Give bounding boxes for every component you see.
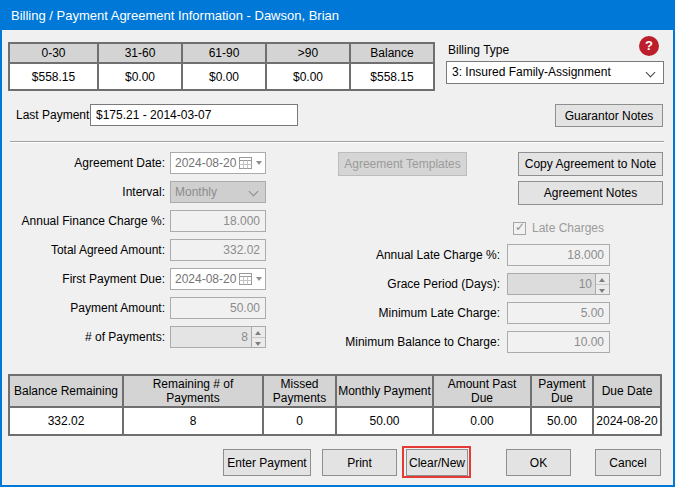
help-icon[interactable]: ? (639, 36, 659, 56)
spin-down-button (252, 337, 265, 348)
schedule-header: Due Date (593, 375, 661, 407)
calendar-picker (239, 273, 262, 285)
window-title: Billing / Payment Agreement Information … (11, 8, 339, 23)
first-payment-due-value: 2024-08-20 (175, 272, 236, 286)
chevron-down-icon (256, 161, 262, 165)
spin-down-button (596, 284, 609, 295)
cell-missed-payments: 0 (263, 407, 336, 435)
interval-dropdown: Monthly (170, 181, 266, 203)
agreement-templates-button: Agreement Templates (338, 152, 467, 176)
cell-remaining-payments: 8 (123, 407, 263, 435)
calendar-picker (239, 157, 262, 169)
aging-header: 0-30 (9, 43, 98, 63)
number-of-payments-stepper: 8 (170, 326, 266, 348)
number-of-payments-label: # of Payments: (2, 326, 165, 348)
arrow-up-icon (599, 278, 605, 282)
minimum-late-charge-field: 5.00 (507, 302, 610, 324)
interval-value: Monthly (175, 185, 217, 199)
billing-type-dropdown[interactable]: 3: Insured Family-Assignment (446, 61, 664, 84)
chevron-down-icon (249, 187, 259, 197)
title-bar[interactable]: Billing / Payment Agreement Information … (2, 2, 673, 30)
agreement-date-value: 2024-08-20 (175, 156, 236, 170)
late-charges-checkbox-label: Late Charges (532, 221, 604, 236)
spinner-buttons (251, 327, 265, 347)
cell-due-date: 2024-08-20 (593, 407, 661, 435)
late-charges-checkbox (513, 222, 526, 235)
schedule-header: Balance Remaining (9, 375, 123, 407)
guarantor-notes-button[interactable]: Guarantor Notes (555, 104, 663, 127)
first-payment-due-label: First Payment Due: (2, 268, 165, 290)
agreement-date-label: Agreement Date: (2, 152, 165, 174)
aging-header: >90 (266, 43, 350, 63)
payment-amount-label: Payment Amount: (2, 297, 165, 319)
spinner-buttons (595, 274, 609, 294)
spin-up-button (596, 274, 609, 284)
calendar-icon (239, 157, 252, 169)
aging-value-61-90: $0.00 (182, 63, 266, 90)
schedule-header: Amount Past Due (433, 375, 531, 407)
arrow-down-icon (255, 342, 261, 346)
cell-amount-past-due: 0.00 (433, 407, 531, 435)
minimum-late-charge-label: Minimum Late Charge: (340, 302, 500, 324)
billing-type-label: Billing Type (448, 43, 509, 57)
aging-header: 61-90 (182, 43, 266, 63)
aging-table: 0-30 31-60 61-90 >90 Balance $558.15 $0.… (8, 42, 435, 91)
schedule-header: Payment Due (531, 375, 593, 407)
number-of-payments-value: 8 (241, 327, 248, 347)
payment-amount-field: 50.00 (170, 297, 266, 319)
calendar-icon (239, 273, 252, 285)
agreement-date-field: 2024-08-20 (170, 152, 266, 174)
schedule-header: Monthly Payment (336, 375, 433, 407)
minimum-balance-to-charge-label: Minimum Balance to Charge: (340, 331, 500, 353)
agreement-notes-button[interactable]: Agreement Notes (518, 181, 663, 205)
aging-value-31-60: $0.00 (98, 63, 182, 90)
interval-label: Interval: (2, 181, 165, 203)
first-payment-due-field: 2024-08-20 (170, 268, 266, 290)
last-payment-field: $175.21 - 2014-03-07 (90, 104, 298, 126)
arrow-down-icon (599, 289, 605, 293)
aging-value-0-30: $558.15 (9, 63, 98, 90)
print-button[interactable]: Print (322, 449, 397, 476)
arrow-up-icon (255, 331, 261, 335)
aging-value-over-90: $0.00 (266, 63, 350, 90)
section-divider (10, 141, 664, 143)
payment-schedule-table: Balance Remaining Remaining # of Payment… (8, 374, 662, 436)
cancel-button[interactable]: Cancel (595, 449, 661, 476)
aging-row: $558.15 $0.00 $0.00 $0.00 $558.15 (9, 63, 434, 90)
aging-header: 31-60 (98, 43, 182, 63)
chevron-down-icon (646, 68, 656, 78)
aging-header: Balance (350, 43, 434, 63)
chevron-down-icon (256, 277, 262, 281)
total-agreed-amount-field: 332.02 (170, 239, 266, 261)
spin-up-button (252, 327, 265, 337)
schedule-row: 332.02 8 0 50.00 0.00 50.00 2024-08-20 (9, 407, 661, 435)
enter-payment-button[interactable]: Enter Payment (223, 449, 311, 476)
grace-period-label: Grace Period (Days): (340, 273, 500, 295)
annual-finance-charge-field: 18.000 (170, 210, 266, 232)
dialog-body: 0-30 31-60 61-90 >90 Balance $558.15 $0.… (2, 30, 673, 485)
ok-button[interactable]: OK (506, 449, 571, 476)
cell-payment-due: 50.00 (531, 407, 593, 435)
annual-finance-charge-label: Annual Finance Charge %: (2, 210, 165, 232)
grace-period-stepper: 10 (507, 273, 610, 295)
grace-period-value: 10 (579, 274, 592, 294)
annual-late-charge-label: Annual Late Charge %: (340, 244, 500, 266)
billing-type-selected: 3: Insured Family-Assignment (452, 65, 611, 79)
cell-monthly-payment: 50.00 (336, 407, 433, 435)
minimum-balance-to-charge-field: 10.00 (507, 331, 610, 353)
annotation-highlight-box (402, 446, 471, 478)
annual-late-charge-field: 18.000 (507, 244, 610, 266)
schedule-header: Missed Payments (263, 375, 336, 407)
total-agreed-amount-label: Total Agreed Amount: (2, 239, 165, 261)
aging-value-balance: $558.15 (350, 63, 434, 90)
copy-agreement-to-note-button[interactable]: Copy Agreement to Note (518, 152, 663, 176)
dialog-window: Billing / Payment Agreement Information … (0, 0, 675, 487)
schedule-header: Remaining # of Payments (123, 375, 263, 407)
last-payment-label: Last Payment: (16, 108, 93, 122)
cell-balance-remaining: 332.02 (9, 407, 123, 435)
